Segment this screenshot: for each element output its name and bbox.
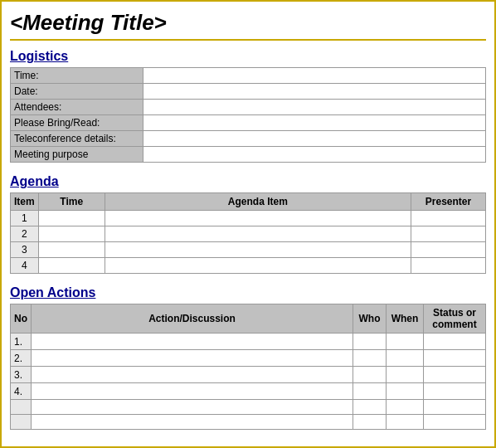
action-status[interactable] [424,367,486,383]
actions-row: 1. [11,334,486,350]
actions-row: 2. [11,350,486,367]
action-when[interactable] [387,415,424,430]
agenda-row: 4 [11,258,486,274]
action-status[interactable] [424,383,486,400]
action-no: 3. [11,367,32,383]
actions-table: No Action/Discussion Who When Status or … [10,304,486,430]
logistics-row: Date: [11,84,486,100]
agenda-row: 2 [11,226,486,242]
action-text[interactable] [32,400,353,415]
agenda-item-text[interactable] [105,226,411,242]
action-no: 2. [11,350,32,367]
action-text[interactable] [32,415,353,430]
action-no: 1. [11,334,32,350]
agenda-item-num: 1 [11,211,39,226]
page-title: <Meeting Title> [10,10,486,41]
agenda-presenter[interactable] [411,242,486,258]
agenda-time[interactable] [38,258,105,274]
logistics-value[interactable] [143,115,486,131]
agenda-time[interactable] [38,226,105,242]
action-when[interactable] [387,334,424,350]
action-when[interactable] [387,367,424,383]
actions-row: 4. [11,383,486,400]
actions-col-action: Action/Discussion [32,304,353,334]
logistics-value[interactable] [143,84,486,100]
logistics-label: Date: [11,84,143,100]
agenda-presenter[interactable] [411,258,486,274]
actions-col-status: Status or comment [424,304,486,334]
action-who[interactable] [353,367,387,383]
action-who[interactable] [353,334,387,350]
agenda-row: 3 [11,242,486,258]
logistics-table: Time: Date: Attendees: Please Bring/Read… [10,67,486,163]
actions-row [11,415,486,430]
action-status[interactable] [424,334,486,350]
logistics-value[interactable] [143,68,486,84]
logistics-label: Please Bring/Read: [11,115,143,131]
agenda-item-text[interactable] [105,242,411,258]
agenda-col-item: Item [11,193,39,211]
agenda-col-time: Time [38,193,105,211]
agenda-presenter[interactable] [411,226,486,242]
actions-col-who: Who [353,304,387,334]
agenda-section-title: Agenda [10,174,486,189]
action-no [11,415,32,430]
agenda-item-num: 4 [11,258,39,274]
agenda-item-num: 3 [11,242,39,258]
agenda-col-agenda-item: Agenda Item [105,193,411,211]
agenda-table: Item Time Agenda Item Presenter 1 2 3 4 [10,192,486,274]
logistics-label: Attendees: [11,100,143,115]
logistics-label: Time: [11,68,143,84]
action-status[interactable] [424,400,486,415]
agenda-row: 1 [11,211,486,226]
action-status[interactable] [424,350,486,367]
agenda-time[interactable] [38,211,105,226]
action-when[interactable] [387,350,424,367]
logistics-label: Meeting purpose [11,147,143,163]
actions-col-no: No [11,304,32,334]
agenda-item-num: 2 [11,226,39,242]
agenda-item-text[interactable] [105,258,411,274]
logistics-label: Teleconference details: [11,131,143,147]
open-actions-section-title: Open Actions [10,285,486,300]
logistics-value[interactable] [143,147,486,163]
action-text[interactable] [32,383,353,400]
action-when[interactable] [387,383,424,400]
logistics-value[interactable] [143,131,486,147]
action-status[interactable] [424,415,486,430]
agenda-col-presenter: Presenter [411,193,486,211]
actions-row [11,400,486,415]
logistics-value[interactable] [143,100,486,115]
action-no [11,400,32,415]
logistics-section-title: Logistics [10,49,486,64]
actions-row: 3. [11,367,486,383]
actions-col-when: When [387,304,424,334]
action-who[interactable] [353,383,387,400]
logistics-row: Please Bring/Read: [11,115,486,131]
action-who[interactable] [353,415,387,430]
logistics-row: Time: [11,68,486,84]
agenda-item-text[interactable] [105,211,411,226]
logistics-row: Teleconference details: [11,131,486,147]
action-text[interactable] [32,367,353,383]
agenda-time[interactable] [38,242,105,258]
agenda-presenter[interactable] [411,211,486,226]
action-no: 4. [11,383,32,400]
action-text[interactable] [32,350,353,367]
action-text[interactable] [32,334,353,350]
logistics-row: Meeting purpose [11,147,486,163]
action-who[interactable] [353,350,387,367]
action-when[interactable] [387,400,424,415]
action-who[interactable] [353,400,387,415]
logistics-row: Attendees: [11,100,486,115]
